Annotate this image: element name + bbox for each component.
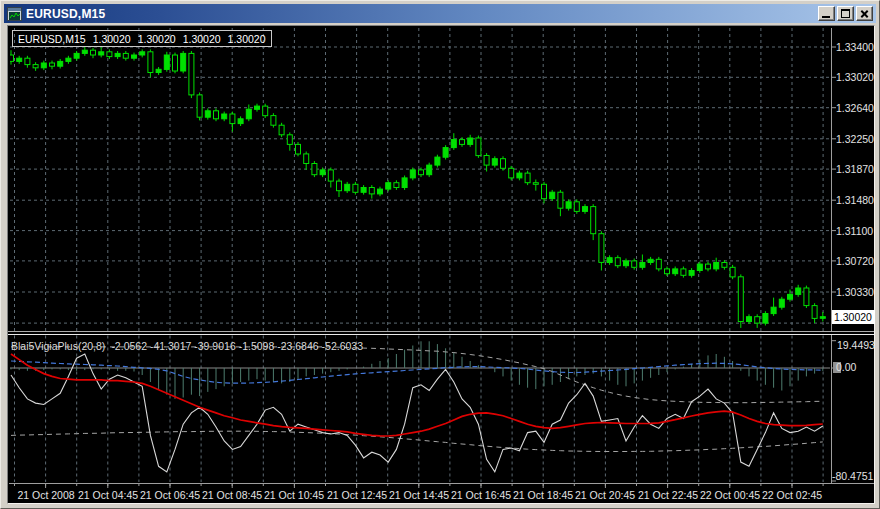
pane-separator[interactable]	[8, 331, 874, 335]
chart-window: EURUSD,M15 EURUSD,M15 1.30020 1.30020 1.…	[0, 0, 880, 509]
candles-layer	[9, 47, 826, 328]
indicator-layer	[10, 341, 830, 472]
price-scale-area[interactable]	[831, 27, 875, 484]
chart-canvas[interactable]	[1, 1, 880, 509]
time-scale-area[interactable]	[9, 484, 875, 503]
